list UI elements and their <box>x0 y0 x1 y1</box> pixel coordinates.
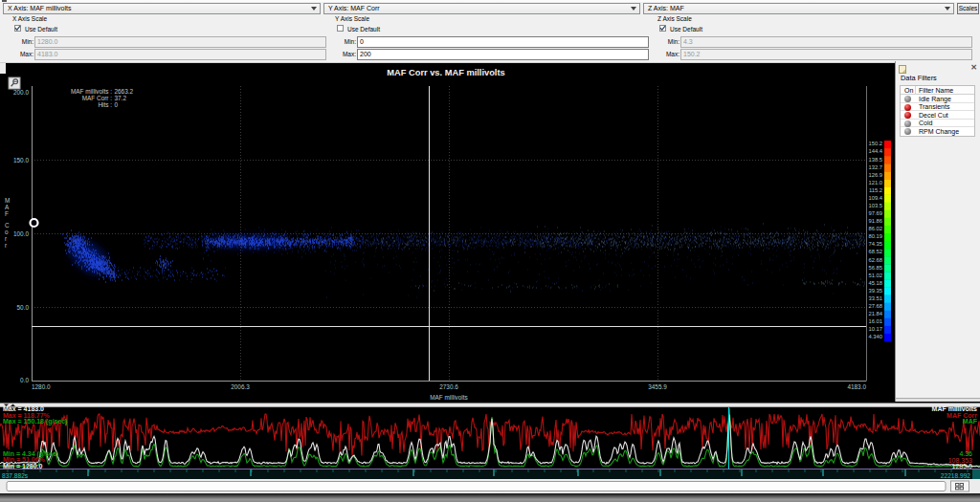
svg-text:21.84: 21.84 <box>868 311 882 316</box>
svg-text:0: 0 <box>115 101 119 108</box>
svg-text:150.2: 150.2 <box>868 141 882 146</box>
svg-text:MAF millivolts :: MAF millivolts : <box>71 88 112 95</box>
svg-text:MAF Corr :: MAF Corr : <box>82 95 112 101</box>
svg-text:MAF: MAF <box>963 418 978 425</box>
svg-text:37.2: 37.2 <box>115 95 127 101</box>
svg-text:10.17: 10.17 <box>868 326 882 332</box>
svg-text:22218.992: 22218.992 <box>941 472 971 479</box>
svg-text:51.02: 51.02 <box>868 273 882 278</box>
svg-text:3455.9: 3455.9 <box>648 383 667 390</box>
svg-text:115.2: 115.2 <box>869 187 882 193</box>
svg-text:2730.6: 2730.6 <box>439 383 458 390</box>
svg-text:MAF Corr vs. MAF millivolts: MAF Corr vs. MAF millivolts <box>387 68 504 77</box>
svg-text:91.86: 91.86 <box>868 218 882 224</box>
svg-text:45.18: 45.18 <box>868 280 882 286</box>
svg-text:16.01: 16.01 <box>868 318 882 324</box>
svg-text:86.02: 86.02 <box>868 226 882 231</box>
svg-text:27.68: 27.68 <box>868 303 882 309</box>
svg-text:Min = 1280.0: Min = 1280.0 <box>3 463 43 469</box>
svg-text:Hits :: Hits : <box>98 101 112 108</box>
svg-text:33.51: 33.51 <box>868 295 882 301</box>
svg-text:74.35: 74.35 <box>868 241 882 247</box>
svg-text:100.0: 100.0 <box>13 230 29 237</box>
svg-text:MAF millivolts: MAF millivolts <box>430 394 467 401</box>
svg-text:126.9: 126.9 <box>868 172 882 178</box>
svg-text:138.5: 138.5 <box>868 157 882 163</box>
svg-text:A: A <box>5 204 10 210</box>
svg-text:0.0: 0.0 <box>20 377 29 383</box>
svg-text:39.35: 39.35 <box>868 288 882 294</box>
svg-text:o: o <box>5 229 9 235</box>
svg-text:144.4: 144.4 <box>868 148 882 154</box>
svg-text:1285.0: 1285.0 <box>952 463 973 469</box>
svg-text:56.85: 56.85 <box>868 265 882 271</box>
svg-text:837.882s: 837.882s <box>2 472 29 479</box>
svg-text:80.19: 80.19 <box>868 233 882 239</box>
svg-text:4183.0: 4183.0 <box>847 383 866 390</box>
svg-text:2006.3: 2006.3 <box>231 383 250 390</box>
svg-text:103.5: 103.5 <box>868 203 882 208</box>
svg-text:50.0: 50.0 <box>17 304 30 311</box>
svg-text:M: M <box>5 197 10 204</box>
svg-text:F: F <box>5 210 9 217</box>
svg-text:97.69: 97.69 <box>868 210 882 216</box>
svg-text:109.4: 109.4 <box>868 195 882 201</box>
svg-text:200.0: 200.0 <box>13 89 29 96</box>
svg-text:150.0: 150.0 <box>13 157 29 164</box>
svg-text:62.68: 62.68 <box>868 257 882 263</box>
svg-text:2663.2: 2663.2 <box>115 88 134 95</box>
svg-text:121.0: 121.0 <box>868 180 882 186</box>
svg-text:4.340: 4.340 <box>868 334 882 339</box>
svg-text:132.7: 132.7 <box>868 164 882 170</box>
svg-text:Max = 150.18 (g/sec): Max = 150.18 (g/sec) <box>3 418 68 426</box>
svg-text:C: C <box>5 222 10 229</box>
svg-text:68.52: 68.52 <box>868 249 882 254</box>
svg-text:1280.0: 1280.0 <box>32 383 51 390</box>
